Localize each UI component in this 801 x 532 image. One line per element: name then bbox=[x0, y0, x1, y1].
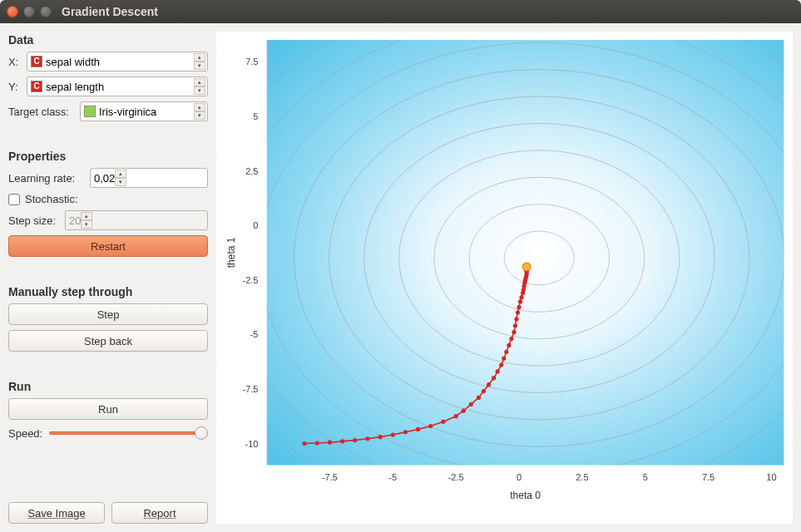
svg-point-60 bbox=[512, 330, 516, 334]
svg-text:0: 0 bbox=[517, 472, 522, 482]
class-color-icon bbox=[84, 106, 96, 117]
run-section-title: Run bbox=[8, 380, 208, 393]
svg-point-63 bbox=[516, 310, 520, 314]
svg-text:-5: -5 bbox=[250, 329, 259, 339]
continuous-icon: C bbox=[31, 81, 42, 92]
svg-text:-2.5: -2.5 bbox=[448, 472, 464, 482]
lr-label: Learning rate: bbox=[8, 172, 85, 185]
svg-text:7.5: 7.5 bbox=[245, 57, 258, 66]
svg-point-54 bbox=[496, 369, 500, 373]
svg-point-82 bbox=[522, 263, 531, 271]
slider-thumb[interactable] bbox=[195, 426, 208, 440]
svg-point-57 bbox=[504, 350, 508, 354]
manual-section-title: Manually step through bbox=[8, 285, 208, 298]
svg-point-37 bbox=[328, 441, 332, 445]
restart-button[interactable]: Restart bbox=[8, 235, 208, 257]
svg-point-66 bbox=[519, 295, 523, 299]
speed-label: Speed: bbox=[8, 427, 42, 440]
svg-point-58 bbox=[507, 343, 511, 347]
svg-point-36 bbox=[315, 441, 319, 445]
svg-rect-13 bbox=[216, 32, 792, 40]
plot-area[interactable]: -7.5-5-2.502.557.510-10-7.5-5-2.502.557.… bbox=[216, 32, 793, 524]
run-button[interactable]: Run bbox=[8, 398, 208, 420]
svg-rect-15 bbox=[216, 32, 266, 524]
x-combo[interactable]: C sepal width ▴ ▾ bbox=[27, 52, 208, 71]
chevron-up-icon[interactable]: ▴ bbox=[194, 78, 205, 86]
svg-text:2.5: 2.5 bbox=[576, 472, 588, 482]
svg-point-64 bbox=[517, 305, 521, 309]
chevron-up-icon[interactable]: ▴ bbox=[194, 103, 205, 111]
svg-point-45 bbox=[428, 424, 433, 428]
svg-point-47 bbox=[454, 414, 458, 418]
step-button[interactable]: Step bbox=[8, 303, 208, 325]
svg-point-43 bbox=[403, 430, 408, 434]
titlebar: Gradient Descent bbox=[0, 0, 801, 23]
svg-point-46 bbox=[441, 420, 445, 424]
svg-point-44 bbox=[416, 427, 420, 431]
svg-text:0: 0 bbox=[253, 220, 258, 230]
svg-text:theta 1: theta 1 bbox=[225, 237, 237, 268]
maximize-icon[interactable] bbox=[40, 6, 52, 17]
x-label: X: bbox=[8, 56, 22, 68]
lr-value: 0,02 bbox=[94, 172, 115, 185]
svg-point-61 bbox=[513, 323, 517, 328]
chevron-down-icon[interactable]: ▾ bbox=[194, 62, 205, 70]
data-section-title: Data bbox=[8, 33, 208, 47]
y-value: sepal length bbox=[46, 81, 104, 93]
chevron-down-icon[interactable]: ▾ bbox=[194, 86, 205, 95]
step-size-label: Step size: bbox=[8, 214, 60, 227]
chevron-up-icon[interactable]: ▴ bbox=[194, 53, 205, 62]
x-value: sepal width bbox=[46, 56, 100, 68]
report-button[interactable]: Report bbox=[111, 502, 208, 524]
svg-text:-7.5: -7.5 bbox=[322, 472, 338, 482]
svg-point-53 bbox=[492, 376, 496, 380]
step-size-value: 20 bbox=[69, 214, 81, 227]
svg-rect-0 bbox=[267, 40, 784, 466]
svg-text:7.5: 7.5 bbox=[702, 472, 714, 482]
svg-point-41 bbox=[378, 435, 382, 439]
svg-point-59 bbox=[509, 337, 513, 341]
chevron-down-icon[interactable]: ▾ bbox=[194, 111, 205, 120]
svg-text:-5: -5 bbox=[388, 472, 397, 482]
svg-point-40 bbox=[365, 436, 369, 441]
target-label: Target class: bbox=[8, 106, 75, 118]
svg-point-65 bbox=[518, 299, 522, 303]
chart-svg: -7.5-5-2.502.557.510-10-7.5-5-2.502.557.… bbox=[216, 32, 793, 524]
stochastic-checkbox[interactable] bbox=[8, 194, 20, 205]
svg-point-56 bbox=[502, 357, 506, 361]
svg-text:2.5: 2.5 bbox=[245, 166, 258, 176]
chevron-up-icon[interactable]: ▴ bbox=[115, 170, 126, 178]
target-combo[interactable]: Iris-virginica ▴ ▾ bbox=[80, 101, 208, 121]
y-combo[interactable]: C sepal length ▴ ▾ bbox=[27, 76, 208, 96]
window-title: Gradient Descent bbox=[62, 5, 158, 18]
svg-text:-2.5: -2.5 bbox=[243, 275, 259, 285]
step-back-button[interactable]: Step back bbox=[8, 330, 208, 352]
close-icon[interactable] bbox=[7, 6, 18, 17]
svg-point-48 bbox=[462, 409, 466, 413]
svg-point-50 bbox=[477, 396, 481, 400]
chevron-up-icon: ▴ bbox=[81, 212, 92, 220]
svg-point-35 bbox=[302, 441, 306, 446]
svg-point-38 bbox=[340, 439, 344, 443]
svg-text:-7.5: -7.5 bbox=[243, 384, 259, 394]
properties-section-title: Properties bbox=[8, 150, 208, 163]
svg-text:-10: -10 bbox=[245, 439, 259, 449]
svg-point-42 bbox=[391, 432, 395, 436]
minimize-icon[interactable] bbox=[23, 6, 35, 17]
target-value: Iris-virginica bbox=[99, 106, 156, 118]
save-image-button[interactable]: Save Image bbox=[8, 502, 105, 524]
y-label: Y: bbox=[8, 81, 22, 93]
stochastic-label: Stochastic: bbox=[25, 193, 78, 205]
chevron-down-icon[interactable]: ▾ bbox=[115, 178, 126, 186]
sidebar: Data X: C sepal width ▴ ▾ Y: C sepal len… bbox=[0, 23, 216, 532]
speed-slider[interactable] bbox=[49, 425, 208, 441]
svg-point-51 bbox=[482, 389, 486, 393]
svg-point-52 bbox=[487, 382, 491, 387]
continuous-icon: C bbox=[31, 56, 42, 67]
window-buttons bbox=[7, 6, 52, 17]
chevron-down-icon: ▾ bbox=[81, 220, 92, 229]
learning-rate-input[interactable]: 0,02 ▴ ▾ bbox=[90, 168, 208, 188]
svg-point-55 bbox=[499, 362, 503, 367]
svg-text:theta 0: theta 0 bbox=[510, 490, 541, 501]
svg-point-49 bbox=[469, 402, 473, 406]
